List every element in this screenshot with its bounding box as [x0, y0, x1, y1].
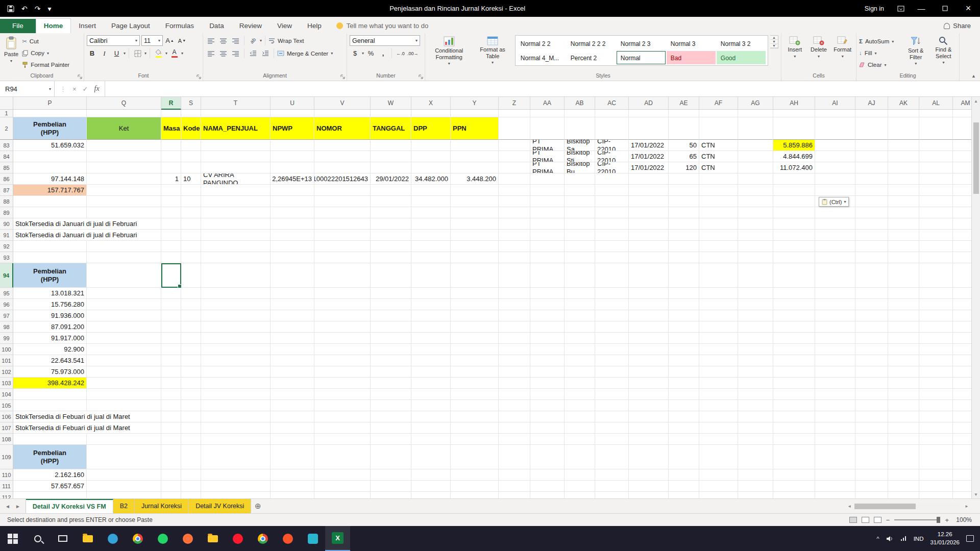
cell-AG110[interactable] — [738, 469, 773, 481]
cell-AF83[interactable]: CTN — [699, 140, 738, 151]
cell-AL98[interactable] — [919, 321, 953, 333]
cell-AM101[interactable] — [953, 355, 971, 366]
cell-AJ109[interactable] — [855, 445, 888, 469]
cell-U86[interactable]: 2,26945E+13 — [271, 173, 314, 185]
row-header-1[interactable]: 1 — [0, 110, 13, 117]
cell-AH99[interactable] — [773, 333, 815, 344]
cell-AH105[interactable] — [773, 400, 815, 411]
cell-AE107[interactable] — [669, 422, 699, 434]
align-middle-icon[interactable] — [218, 35, 229, 46]
cell-S86[interactable]: 10 — [181, 173, 201, 185]
cell-V95[interactable] — [314, 288, 371, 299]
cell-AB85[interactable]: Biskitop Bu — [565, 162, 595, 173]
gallery-more-icon[interactable]: ▼̄ — [770, 44, 778, 48]
cell-R102[interactable] — [161, 366, 181, 378]
cell-AL86[interactable] — [919, 173, 953, 185]
cell-P110[interactable]: 2.162.160 — [13, 469, 87, 481]
cell-AK101[interactable] — [888, 355, 919, 366]
cell-U2[interactable]: NPWP — [271, 117, 314, 140]
minimize-button[interactable]: — — [910, 0, 933, 17]
cell-Z98[interactable] — [499, 321, 530, 333]
cell-V2[interactable]: NOMOR — [314, 117, 371, 140]
cell-Z107[interactable] — [499, 422, 530, 434]
app-icon[interactable] — [300, 526, 325, 551]
cell-S84[interactable] — [181, 151, 201, 162]
cell-R109[interactable] — [161, 445, 181, 469]
cell-AC91[interactable] — [595, 230, 629, 241]
cell-AF97[interactable] — [699, 310, 738, 321]
cell-AL1[interactable] — [919, 110, 953, 117]
increase-indent-icon[interactable] — [260, 48, 271, 59]
cell-Z96[interactable] — [499, 299, 530, 310]
cell-AI102[interactable] — [815, 366, 855, 378]
cell-AI104[interactable] — [815, 389, 855, 400]
conditional-formatting-button[interactable]: Conditional Formatting ▾ — [428, 35, 470, 67]
ribbon-tab-formulas[interactable]: Formulas — [158, 19, 202, 33]
clear-button[interactable]: Clear▾ — [859, 60, 901, 70]
cell-AH107[interactable] — [773, 422, 815, 434]
cell-V90[interactable] — [314, 218, 371, 230]
cell-R87[interactable] — [161, 185, 181, 196]
cell-AJ111[interactable] — [855, 481, 888, 492]
cell-AE93[interactable] — [669, 252, 699, 263]
normal-view-icon[interactable] — [849, 517, 857, 523]
row-header-103[interactable]: 103 — [0, 378, 13, 389]
cell-P104[interactable] — [13, 389, 87, 400]
cell-AK94[interactable] — [888, 263, 919, 288]
cell-AC2[interactable] — [595, 117, 629, 140]
cell-V94[interactable] — [314, 263, 371, 288]
cell-AI93[interactable] — [815, 252, 855, 263]
cell-S108[interactable] — [181, 434, 201, 445]
column-header-Q[interactable]: Q — [87, 97, 161, 110]
cell-S1[interactable] — [181, 110, 201, 117]
cell-AB108[interactable] — [565, 434, 595, 445]
cell-AL100[interactable] — [919, 344, 953, 355]
cell-P89[interactable] — [13, 207, 87, 218]
cell-AC83[interactable]: CIP-22010 — [595, 140, 629, 151]
cell-W93[interactable] — [371, 252, 411, 263]
cell-U87[interactable] — [271, 185, 314, 196]
cell-AE84[interactable]: 65 — [669, 151, 699, 162]
cell-AB111[interactable] — [565, 481, 595, 492]
cell-S93[interactable] — [181, 252, 201, 263]
cell-AC105[interactable] — [595, 400, 629, 411]
fill-button[interactable]: ↓ Fill▾ — [859, 48, 901, 58]
cell-AF104[interactable] — [699, 389, 738, 400]
cell-P105[interactable] — [13, 400, 87, 411]
cell-AE100[interactable] — [669, 344, 699, 355]
cell-AG1[interactable] — [738, 110, 773, 117]
cell-AD112[interactable] — [629, 492, 669, 498]
cell-AM111[interactable] — [953, 481, 971, 492]
cell-Q93[interactable] — [87, 252, 161, 263]
cell-U101[interactable] — [271, 355, 314, 366]
cell-X93[interactable] — [411, 252, 451, 263]
cell-S101[interactable] — [181, 355, 201, 366]
cell-AE1[interactable] — [669, 110, 699, 117]
speaker-icon[interactable] — [886, 536, 893, 542]
cell-T104[interactable] — [201, 389, 271, 400]
cell-AG86[interactable] — [738, 173, 773, 185]
column-header-AL[interactable]: AL — [919, 97, 953, 110]
cell-Y103[interactable] — [451, 378, 499, 389]
row-header-87[interactable]: 87 — [0, 185, 13, 196]
cell-V112[interactable] — [314, 492, 371, 498]
cell-AA94[interactable] — [530, 263, 565, 288]
cell-AD96[interactable] — [629, 299, 669, 310]
cell-AD91[interactable] — [629, 230, 669, 241]
cell-Q97[interactable] — [87, 310, 161, 321]
cell-AI2[interactable] — [815, 117, 855, 140]
cell-U112[interactable] — [271, 492, 314, 498]
cell-P107[interactable]: StokTersedia di Febuari di jual di Maret — [13, 422, 87, 434]
cell-R112[interactable] — [161, 492, 181, 498]
cell-AM86[interactable] — [953, 173, 971, 185]
cell-AF1[interactable] — [699, 110, 738, 117]
align-top-icon[interactable] — [206, 35, 216, 46]
brave-icon[interactable] — [275, 526, 300, 551]
cell-AK102[interactable] — [888, 366, 919, 378]
cell-AF2[interactable] — [699, 117, 738, 140]
cell-AB90[interactable] — [565, 218, 595, 230]
cell-AL95[interactable] — [919, 288, 953, 299]
cell-W110[interactable] — [371, 469, 411, 481]
cell-AC101[interactable] — [595, 355, 629, 366]
cell-W83[interactable] — [371, 140, 411, 151]
